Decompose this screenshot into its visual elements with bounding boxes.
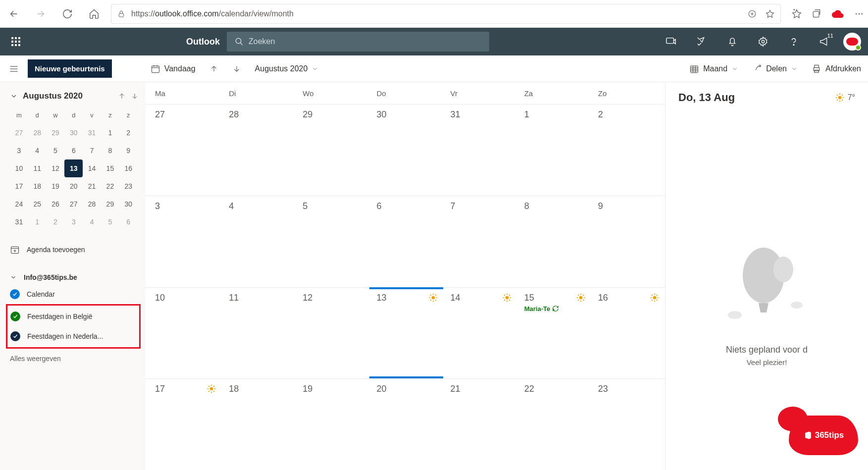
mini-day[interactable]: 6	[119, 213, 138, 231]
mini-day[interactable]: 6	[64, 142, 83, 159]
mini-day[interactable]: 31	[83, 124, 101, 142]
mini-day[interactable]: 31	[10, 213, 28, 231]
chevron-down-icon[interactable]	[10, 92, 18, 100]
add-page-icon[interactable]	[748, 9, 757, 18]
home-button[interactable]	[84, 4, 104, 24]
day-cell[interactable]: 12	[296, 288, 369, 379]
day-cell[interactable]: 22	[517, 379, 591, 470]
mini-day[interactable]: 15	[101, 159, 119, 177]
add-calendar-button[interactable]: Agenda toevoegen	[10, 242, 139, 258]
refresh-button[interactable]	[57, 4, 77, 24]
hamburger-button[interactable]	[0, 55, 28, 82]
share-button[interactable]: Delen	[745, 55, 805, 82]
mini-day[interactable]: 4	[83, 213, 101, 231]
show-all-link[interactable]: Alles weergeven	[10, 349, 139, 368]
calendar-item-netherlands[interactable]: Feestdagen in Nederla...	[10, 326, 136, 346]
day-cell[interactable]: 9	[591, 196, 665, 287]
day-cell[interactable]: 5	[296, 196, 369, 287]
day-cell[interactable]: 23	[591, 379, 665, 470]
mini-day[interactable]: 2	[119, 124, 138, 142]
print-button[interactable]: Afdrukken	[805, 55, 868, 82]
app-launcher[interactable]	[4, 30, 28, 53]
next-month-button[interactable]	[225, 55, 248, 82]
day-cell[interactable]: 18	[222, 379, 296, 470]
calendar-event[interactable]: Maria-Te	[524, 305, 584, 313]
help-icon[interactable]	[782, 30, 806, 53]
search-box[interactable]	[227, 32, 489, 52]
extension-cloud-icon[interactable]	[831, 9, 844, 18]
mini-day[interactable]: 12	[47, 159, 65, 177]
mini-day[interactable]: 24	[10, 195, 28, 213]
avatar[interactable]	[843, 33, 861, 51]
today-button[interactable]: Vandaag	[144, 55, 203, 82]
day-cell[interactable]: 20	[369, 379, 443, 470]
mini-day[interactable]: 14	[83, 159, 101, 177]
collections-icon[interactable]	[812, 9, 821, 19]
day-cell[interactable]: 4	[222, 196, 296, 287]
prev-month-button[interactable]	[203, 55, 225, 82]
mini-day[interactable]: 3	[64, 213, 83, 231]
tasks-icon[interactable]	[690, 30, 714, 53]
month-picker[interactable]: Augustus 2020	[248, 55, 326, 82]
mini-day[interactable]: 30	[119, 195, 138, 213]
day-cell[interactable]: 2	[591, 104, 665, 196]
mini-day[interactable]: 9	[119, 142, 138, 159]
mini-day[interactable]: 19	[47, 177, 65, 195]
mini-day[interactable]: 10	[10, 159, 28, 177]
mini-day[interactable]: 7	[83, 142, 101, 159]
weather-widget[interactable]: 7°	[835, 93, 855, 103]
mini-day[interactable]: 16	[119, 159, 138, 177]
favorites-bar-icon[interactable]	[792, 9, 802, 19]
mini-day[interactable]: 29	[47, 124, 65, 142]
mini-day[interactable]: 21	[83, 177, 101, 195]
mini-day[interactable]: 18	[28, 177, 47, 195]
mini-day[interactable]: 30	[64, 124, 83, 142]
day-cell[interactable]: 19	[296, 379, 369, 470]
back-button[interactable]	[4, 4, 24, 24]
mini-day[interactable]: 3	[10, 142, 28, 159]
day-cell[interactable]: 28	[222, 104, 296, 196]
calendar-item-belgium[interactable]: Feestdagen in België	[10, 307, 136, 326]
day-cell[interactable]: 21	[444, 379, 517, 470]
day-cell[interactable]: 10	[148, 288, 222, 379]
day-cell[interactable]: 30	[369, 104, 443, 196]
calendar-item-calendar[interactable]: Calendar	[10, 284, 139, 304]
day-cell[interactable]: 14	[444, 288, 517, 379]
day-cell[interactable]: 11	[222, 288, 296, 379]
mini-cal-prev[interactable]	[118, 92, 126, 100]
mini-day[interactable]: 8	[101, 142, 119, 159]
teams-icon[interactable]	[659, 30, 683, 53]
day-cell[interactable]: 31	[444, 104, 517, 196]
mini-day[interactable]: 1	[28, 213, 47, 231]
mini-day[interactable]: 27	[10, 124, 28, 142]
mini-day[interactable]: 28	[83, 195, 101, 213]
day-cell[interactable]: 17	[148, 379, 222, 470]
mini-day[interactable]: 5	[101, 213, 119, 231]
mini-day[interactable]: 27	[64, 195, 83, 213]
forward-button[interactable]	[31, 4, 51, 24]
day-cell[interactable]: 13	[369, 288, 443, 379]
day-cell[interactable]: 29	[296, 104, 369, 196]
new-event-button[interactable]: Nieuwe gebeurtenis	[28, 59, 112, 78]
mini-day[interactable]: 22	[101, 177, 119, 195]
day-cell[interactable]: 15 Maria-Te	[517, 288, 591, 379]
notifications-icon[interactable]	[720, 30, 744, 53]
mini-day[interactable]: 29	[101, 195, 119, 213]
mini-day[interactable]: 11	[28, 159, 47, 177]
day-cell[interactable]: 7	[444, 196, 517, 287]
announce-icon[interactable]: 11	[813, 30, 836, 53]
settings-icon[interactable]	[751, 30, 775, 53]
mini-day[interactable]: 20	[64, 177, 83, 195]
day-cell[interactable]: 1	[517, 104, 591, 196]
mini-day[interactable]: 4	[28, 142, 47, 159]
more-icon[interactable]	[854, 9, 864, 19]
mini-day[interactable]: 26	[47, 195, 65, 213]
day-cell[interactable]: 3	[148, 196, 222, 287]
mini-day[interactable]: 17	[10, 177, 28, 195]
mini-day[interactable]: 5	[47, 142, 65, 159]
mini-day[interactable]: 13	[64, 159, 83, 177]
mini-day[interactable]: 23	[119, 177, 138, 195]
address-bar[interactable]: https://outlook.office.com/calendar/view…	[111, 4, 781, 24]
mini-day[interactable]: 25	[28, 195, 47, 213]
mini-day[interactable]: 2	[47, 213, 65, 231]
